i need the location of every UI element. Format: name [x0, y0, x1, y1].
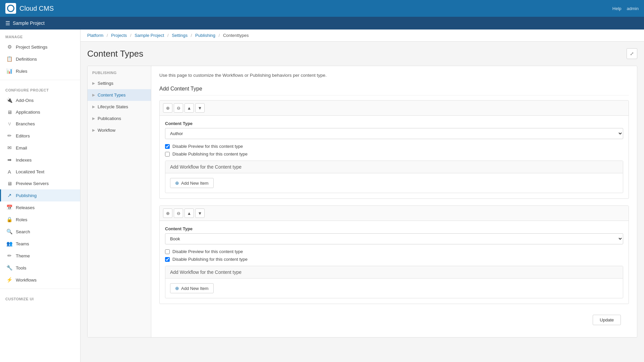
- pub-nav-settings[interactable]: ▶ Settings: [88, 77, 151, 89]
- teams-icon: 👥: [6, 241, 12, 247]
- admin-button[interactable]: admin: [627, 6, 639, 11]
- nav-arrow: ▶: [92, 128, 95, 132]
- breadcrumb-projects[interactable]: Projects: [111, 33, 127, 38]
- publishing-nav: PUBLISHING ▶ Settings ▶ Content Types ▶ …: [88, 66, 151, 337]
- form-group-type-1: Content Type Author Book Article: [165, 121, 623, 139]
- ct-up-button-1[interactable]: ▲: [184, 103, 194, 113]
- pub-nav-content-types[interactable]: ▶ Content Types: [88, 89, 151, 101]
- nav-arrow: ▶: [92, 93, 95, 97]
- breadcrumb-sep: /: [191, 33, 192, 38]
- sidebar-item-project-settings[interactable]: ⚙ Project Settings: [0, 41, 80, 53]
- ct-add-button-1[interactable]: ⊕: [163, 103, 172, 113]
- sidebar-item-preview-servers[interactable]: 🖥 Preview Servers: [0, 178, 80, 189]
- customize-label: CUSTOMIZE UI: [0, 292, 80, 303]
- sidebar-item-rules[interactable]: 📊 Rules: [0, 65, 80, 77]
- ct-down-button-1[interactable]: ▼: [195, 103, 205, 113]
- sidebar-label: Branches: [16, 121, 35, 126]
- disable-preview-checkbox-1[interactable]: [165, 144, 170, 149]
- content-type-select-1[interactable]: Author Book Article: [165, 128, 623, 139]
- sidebar-item-theme[interactable]: ✏ Theme: [0, 250, 80, 262]
- form-group-type-2: Content Type Author Book Article: [165, 226, 623, 244]
- pub-nav-label-settings: Settings: [98, 81, 113, 86]
- breadcrumb-sep: /: [219, 33, 220, 38]
- preview-servers-icon: 🖥: [6, 181, 12, 186]
- pub-nav-label-workflow: Workflow: [98, 128, 115, 133]
- pub-nav-lifecycle-states[interactable]: ▶ Lifecycle States: [88, 101, 151, 113]
- help-button[interactable]: Help: [612, 6, 622, 11]
- nav-arrow: ▶: [92, 105, 95, 109]
- pub-nav-workflow[interactable]: ▶ Workflow: [88, 124, 151, 136]
- sidebar-item-teams[interactable]: 👥 Teams: [0, 238, 80, 250]
- tools-icon: 🔧: [6, 265, 12, 271]
- sidebar: MANAGE ⚙ Project Settings 📋 Definitions …: [0, 29, 80, 362]
- sidebar-label: Applications: [16, 110, 40, 115]
- sidebar-item-editors[interactable]: ✏ Editors: [0, 130, 80, 142]
- nav-arrow: ▶: [92, 116, 95, 121]
- breadcrumb-sample-project[interactable]: Sample Project: [135, 33, 164, 38]
- releases-icon: 📅: [6, 204, 12, 210]
- update-button[interactable]: Update: [593, 315, 621, 325]
- workflow-section-title-1: Add Workflow for the Content type: [165, 161, 623, 173]
- branches-icon: ⑂: [6, 121, 12, 127]
- sidebar-item-workflows[interactable]: ⚡ Workflows: [0, 274, 80, 286]
- content-type-block-1: ⊕ ⊖ ▲ ▼ Content Type Author Book: [159, 100, 629, 199]
- breadcrumb-sep: /: [167, 33, 169, 38]
- ct-remove-button-2[interactable]: ⊖: [174, 208, 183, 218]
- app-title: Cloud CMS: [19, 5, 54, 12]
- disable-publishing-checkbox-1[interactable]: [165, 152, 170, 157]
- workflows-icon: ⚡: [6, 277, 12, 283]
- ct-up-button-2[interactable]: ▲: [184, 208, 194, 218]
- sidebar-label: Publishing: [16, 193, 37, 198]
- publishing-layout: PUBLISHING ▶ Settings ▶ Content Types ▶ …: [87, 66, 637, 338]
- sidebar-label: Editors: [16, 133, 30, 138]
- ct-add-button-2[interactable]: ⊕: [163, 208, 172, 218]
- sidebar-item-indexes[interactable]: ➡ Indexes: [0, 154, 80, 166]
- sidebar-divider-2: [0, 289, 80, 289]
- disable-publishing-checkbox-2[interactable]: [165, 257, 170, 262]
- applications-icon: 🖥: [6, 109, 12, 115]
- sidebar-label: Project Settings: [16, 45, 48, 50]
- content-type-select-2[interactable]: Author Book Article: [165, 233, 623, 244]
- breadcrumb-settings[interactable]: Settings: [172, 33, 187, 38]
- sidebar-item-email[interactable]: ✉ Email: [0, 142, 80, 154]
- sidebar-label: Theme: [16, 253, 30, 258]
- breadcrumb-publishing[interactable]: Publishing: [195, 33, 215, 38]
- sidebar-label: Rules: [16, 69, 28, 74]
- add-new-item-button-1[interactable]: ⊕ Add New Item: [170, 178, 214, 188]
- sidebar-label: Search: [16, 229, 30, 234]
- ct-remove-button-1[interactable]: ⊖: [174, 103, 183, 113]
- ct-down-button-2[interactable]: ▼: [195, 208, 205, 218]
- expand-button[interactable]: ⤢: [627, 48, 637, 59]
- pub-nav-label-content-types: Content Types: [98, 93, 126, 98]
- plus-icon-2: ⊕: [175, 286, 179, 291]
- sidebar-item-addons[interactable]: 🔌 Add-Ons: [0, 94, 80, 106]
- addons-icon: 🔌: [6, 97, 12, 103]
- sidebar-item-definitions[interactable]: 📋 Definitions: [0, 53, 80, 65]
- disable-publishing-label-1: Disable Publishing for this content type: [172, 152, 248, 157]
- main-layout: MANAGE ⚙ Project Settings 📋 Definitions …: [0, 29, 644, 362]
- publishing-nav-label: PUBLISHING: [88, 66, 151, 77]
- logo-circle: [7, 5, 14, 12]
- rules-icon: 📊: [6, 68, 12, 74]
- plus-icon-1: ⊕: [175, 180, 179, 186]
- app-logo: [5, 3, 16, 14]
- disable-publishing-row-1: Disable Publishing for this content type: [165, 152, 623, 157]
- sidebar-item-search[interactable]: 🔍 Search: [0, 226, 80, 238]
- pub-nav-publications[interactable]: ▶ Publications: [88, 113, 151, 124]
- breadcrumb-platform[interactable]: Platform: [87, 33, 103, 38]
- roles-icon: 🔒: [6, 217, 12, 223]
- add-new-label-2: Add New Item: [181, 286, 209, 291]
- page-description: Use this page to customize the Workflows…: [159, 73, 629, 78]
- sidebar-item-releases[interactable]: 📅 Releases: [0, 201, 80, 214]
- sidebar-item-localized-text[interactable]: A Localized Text: [0, 166, 80, 178]
- pub-nav-label-publications: Publications: [98, 116, 121, 121]
- sidebar-item-tools[interactable]: 🔧 Tools: [0, 262, 80, 274]
- sidebar-item-branches[interactable]: ⑂ Branches: [0, 118, 80, 130]
- sidebar-item-roles[interactable]: 🔒 Roles: [0, 214, 80, 226]
- content-type-label-1: Content Type: [165, 121, 623, 126]
- sidebar-item-applications[interactable]: 🖥 Applications: [0, 106, 80, 118]
- project-title: Sample Project: [13, 20, 45, 26]
- disable-preview-checkbox-2[interactable]: [165, 249, 170, 254]
- sidebar-item-publishing[interactable]: ↗ Publishing: [0, 189, 80, 201]
- add-new-item-button-2[interactable]: ⊕ Add New Item: [170, 283, 214, 293]
